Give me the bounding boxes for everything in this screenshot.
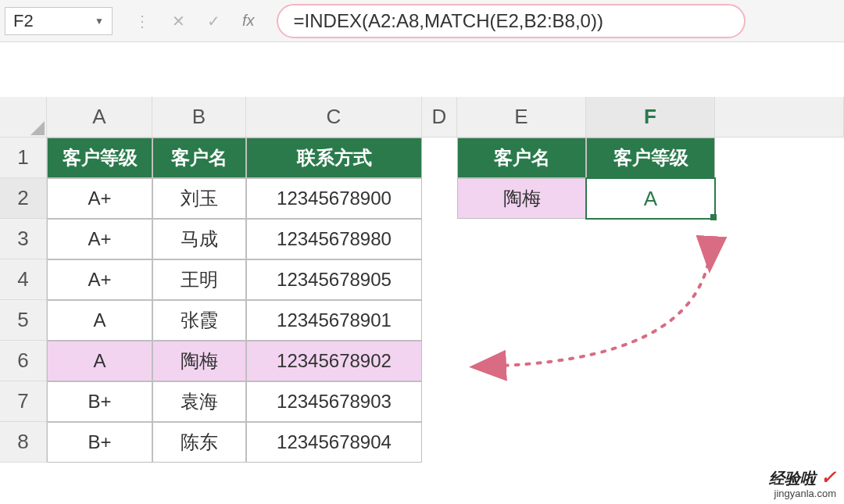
cell-blank-5 [715, 300, 844, 341]
cell-F5[interactable] [586, 300, 715, 341]
col-header-B[interactable]: B [152, 97, 246, 138]
cell-F1[interactable]: 客户等级 [586, 138, 715, 178]
cell-C8[interactable]: 12345678904 [246, 422, 422, 463]
watermark: 经验啦 ✓ jingyanla.com [769, 467, 836, 499]
formula-input-wrap: =INDEX(A2:A8,MATCH(E2,B2:B8,0)) [277, 4, 839, 38]
cell-C2[interactable]: 12345678900 [246, 178, 422, 219]
cell-D2[interactable] [422, 178, 457, 219]
cell-A5[interactable]: A [47, 300, 152, 341]
cell-B3[interactable]: 马成 [152, 219, 246, 259]
cell-E1[interactable]: 客户名 [457, 138, 586, 178]
watermark-text: 经验啦 [769, 470, 816, 487]
row-header-2[interactable]: 2 [0, 178, 47, 219]
row-header-7[interactable]: 7 [0, 381, 47, 422]
row-header-5[interactable]: 5 [0, 300, 47, 341]
confirm-icon[interactable]: ✓ [207, 12, 220, 30]
cell-B4[interactable]: 王明 [152, 259, 246, 300]
cell-blank-6 [715, 341, 844, 381]
col-header-C[interactable]: C [246, 97, 422, 138]
cell-blank-7 [715, 381, 844, 422]
cell-A6[interactable]: A [47, 341, 152, 381]
col-header-E[interactable]: E [457, 97, 586, 138]
cell-E2[interactable]: 陶梅 [457, 178, 586, 219]
cell-F8[interactable] [586, 422, 715, 463]
cell-E4[interactable] [457, 259, 586, 300]
cell-A3[interactable]: A+ [47, 219, 152, 259]
cell-E3[interactable] [457, 219, 586, 259]
cell-C3[interactable]: 12345678980 [246, 219, 422, 259]
cell-C6[interactable]: 12345678902 [246, 341, 422, 381]
col-header-F[interactable]: F [586, 97, 715, 138]
watermark-url: jingyanla.com [769, 488, 836, 499]
name-box[interactable]: F2 ▼ [5, 7, 113, 35]
cell-D8[interactable] [422, 422, 457, 463]
cell-A8[interactable]: B+ [47, 422, 152, 463]
formula-bar: F2 ▼ ⋮ ✕ ✓ fx =INDEX(A2:A8,MATCH(E2,B2:B… [0, 0, 844, 42]
cell-A2[interactable]: A+ [47, 178, 152, 219]
col-header-blank [715, 97, 844, 138]
gap-area [0, 42, 844, 97]
col-header-D[interactable]: D [422, 97, 457, 138]
cell-blank-2 [715, 178, 844, 219]
formula-input[interactable]: =INDEX(A2:A8,MATCH(E2,B2:B8,0)) [277, 4, 746, 38]
col-header-A[interactable]: A [47, 97, 152, 138]
cell-C4[interactable]: 12345678905 [246, 259, 422, 300]
cell-B5[interactable]: 张霞 [152, 300, 246, 341]
name-box-value: F2 [13, 11, 34, 31]
cell-C1[interactable]: 联系方式 [246, 138, 422, 178]
cell-E8[interactable] [457, 422, 586, 463]
cell-B6[interactable]: 陶梅 [152, 341, 246, 381]
cell-A1[interactable]: 客户等级 [47, 138, 152, 178]
cell-D6[interactable] [422, 341, 457, 381]
cell-B2[interactable]: 刘玉 [152, 178, 246, 219]
cell-F3[interactable] [586, 219, 715, 259]
row-header-1[interactable]: 1 [0, 138, 47, 178]
row-header-8[interactable]: 8 [0, 422, 47, 463]
cell-D3[interactable] [422, 219, 457, 259]
cell-blank-1 [715, 138, 844, 178]
cell-D1[interactable] [422, 138, 457, 178]
cell-D7[interactable] [422, 381, 457, 422]
divider-icon: ⋮ [134, 12, 150, 30]
row-header-4[interactable]: 4 [0, 259, 47, 300]
cell-A7[interactable]: B+ [47, 381, 152, 422]
cell-F4[interactable] [586, 259, 715, 300]
cell-B1[interactable]: 客户名 [152, 138, 246, 178]
dropdown-icon[interactable]: ▼ [95, 16, 104, 27]
cell-C5[interactable]: 12345678901 [246, 300, 422, 341]
select-all-corner[interactable] [0, 97, 47, 138]
cell-blank-3 [715, 219, 844, 259]
cell-F6[interactable] [586, 341, 715, 381]
fx-icon[interactable]: fx [242, 12, 255, 30]
cell-C7[interactable]: 12345678903 [246, 381, 422, 422]
cell-D5[interactable] [422, 300, 457, 341]
cell-blank-4 [715, 259, 844, 300]
cancel-icon[interactable]: ✕ [172, 12, 185, 30]
row-header-6[interactable]: 6 [0, 341, 47, 381]
cell-E5[interactable] [457, 300, 586, 341]
formula-tools: ⋮ ✕ ✓ fx [113, 12, 277, 30]
cell-blank-8 [715, 422, 844, 463]
check-icon: ✓ [821, 466, 836, 488]
spreadsheet[interactable]: A B C D E F 1 客户等级 客户名 联系方式 客户名 客户等级 2 A… [0, 97, 844, 463]
cell-B8[interactable]: 陈东 [152, 422, 246, 463]
cell-E6[interactable] [457, 341, 586, 381]
cell-A4[interactable]: A+ [47, 259, 152, 300]
cell-D4[interactable] [422, 259, 457, 300]
cell-F2[interactable]: A [586, 178, 715, 219]
cell-F7[interactable] [586, 381, 715, 422]
cell-E7[interactable] [457, 381, 586, 422]
row-header-3[interactable]: 3 [0, 219, 47, 259]
cell-B7[interactable]: 袁海 [152, 381, 246, 422]
